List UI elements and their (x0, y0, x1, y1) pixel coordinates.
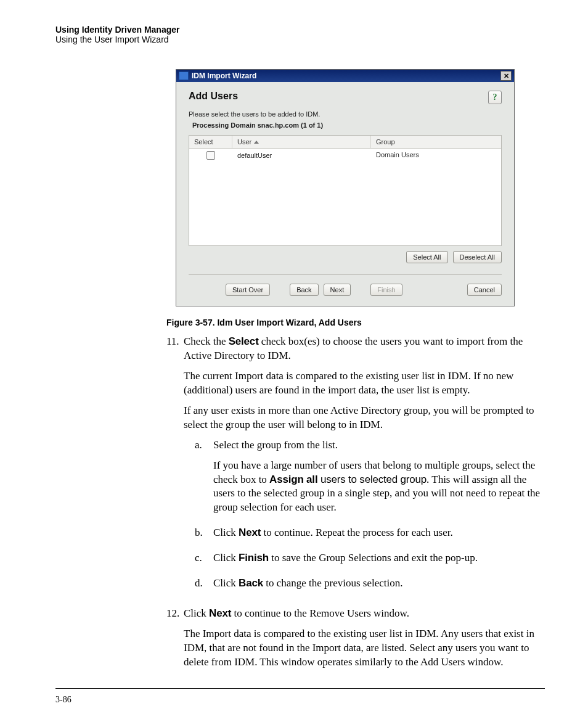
substep-b: b. Click Next to continue. Repeat the pr… (195, 526, 545, 546)
window-title: IDM Import Wizard (192, 72, 500, 80)
wizard-dialog: IDM Import Wizard ✕ Add Users ? Please s… (176, 69, 515, 306)
col-header-group[interactable]: Group (371, 136, 501, 148)
wizard-status: Processing Domain snac.hp.com (1 of 1) (189, 121, 502, 129)
body-text: 11. Check the Select check box(es) to ch… (166, 335, 545, 676)
finish-button: Finish (370, 284, 402, 296)
help-icon: ? (493, 92, 497, 102)
users-table: Select User Group defaultUser Domain Use… (189, 135, 502, 246)
bold-select: Select (229, 335, 259, 347)
wizard-heading: Add Users (189, 91, 238, 102)
deselect-all-button[interactable]: Deselect All (453, 251, 502, 263)
substep-d: d. Click Back to change the previous sel… (195, 577, 545, 597)
figure-caption: Figure 3-57. Idm User Import Wizard, Add… (166, 318, 545, 327)
cell-group: Domain Users (371, 149, 501, 162)
col-header-user-label: User (237, 138, 251, 146)
page-number: 3-86 (55, 695, 545, 705)
step-number: 12. (166, 607, 184, 676)
header-subtitle: Using the User Import Wizard (55, 35, 545, 44)
close-button[interactable]: ✕ (500, 71, 512, 81)
step-number: 11. (166, 335, 184, 602)
titlebar: IDM Import Wizard ✕ (176, 70, 514, 82)
start-over-button[interactable]: Start Over (226, 284, 270, 296)
page-header: Using Identity Driven Manager Using the … (55, 25, 545, 44)
table-header-row: Select User Group (189, 136, 501, 149)
sort-ascending-icon (254, 141, 259, 144)
row-checkbox[interactable] (206, 151, 215, 160)
step-11: 11. Check the Select check box(es) to ch… (166, 335, 545, 602)
close-icon: ✕ (504, 73, 509, 80)
bold-assign-all: Assign all (269, 474, 317, 485)
col-header-user[interactable]: User (232, 136, 371, 148)
app-icon (179, 72, 189, 80)
cell-user: defaultUser (232, 149, 371, 162)
select-all-button[interactable]: Select All (406, 251, 447, 263)
back-button[interactable]: Back (290, 284, 318, 296)
col-header-select[interactable]: Select (189, 136, 232, 148)
table-row[interactable]: defaultUser Domain Users (189, 149, 501, 162)
wizard-instruction: Please select the users to be added to I… (189, 110, 502, 118)
footer-rule (55, 688, 545, 689)
substep-c: c. Click Finish to save the Group Select… (195, 551, 545, 572)
cancel-button[interactable]: Cancel (467, 284, 502, 296)
step-12: 12. Click Next to continue to the Remove… (166, 607, 545, 676)
help-button[interactable]: ? (488, 91, 502, 104)
header-title: Using Identity Driven Manager (55, 25, 545, 35)
next-button[interactable]: Next (324, 284, 351, 296)
substep-a: a. Select the group from the list. If yo… (195, 438, 545, 522)
